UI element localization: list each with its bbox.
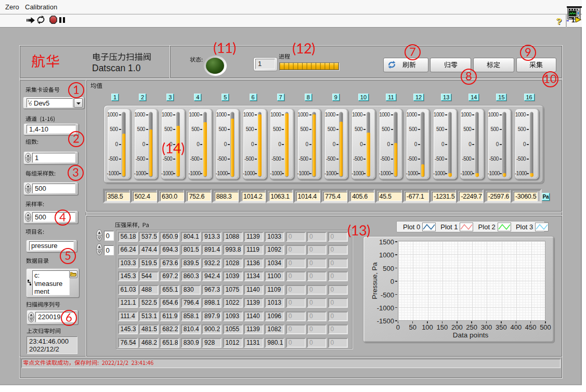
svg-text:1: 1 [571, 17, 575, 22]
